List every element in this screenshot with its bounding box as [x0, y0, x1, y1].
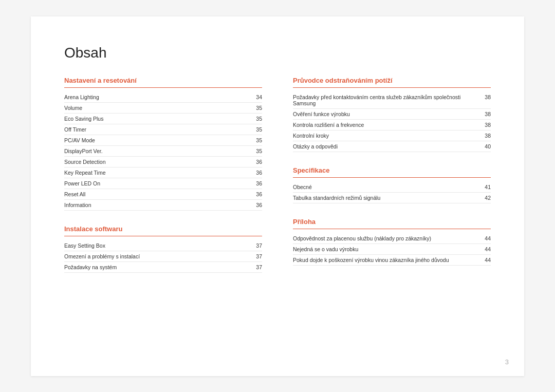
toc-item-page: 40: [480, 143, 491, 150]
toc-item-label: Nejedná se o vadu výrobku: [293, 246, 480, 252]
toc-item-label: Požadavky na systém: [64, 264, 252, 270]
toc-item-label: Off Timer: [64, 126, 252, 133]
toc-item-page: 36: [252, 202, 262, 208]
toc-item-label: Otázky a odpovědi: [293, 143, 480, 150]
toc-item-page: 37: [252, 264, 262, 270]
toc-item-page: 42: [480, 195, 491, 201]
toc-item: Ověření funkce výrobku38: [293, 109, 491, 120]
toc-item: Eco Saving Plus35: [64, 114, 262, 124]
toc-item-page: 38: [480, 111, 491, 117]
toc-item-page: 44: [480, 235, 491, 241]
toc-item-label: Easy Setting Box: [64, 242, 252, 249]
toc-item: Nejedná se o vadu výrobku44: [293, 244, 491, 255]
toc-item-page: 44: [480, 246, 491, 252]
toc-item-label: Ověření funkce výrobku: [293, 111, 480, 117]
toc-item: DisplayPort Ver.35: [64, 146, 262, 157]
toc-item-page: 41: [480, 184, 491, 190]
toc-item-label: Kontrolní kroky: [293, 133, 480, 139]
toc-item: Požadavky před kontaktováním centra služ…: [293, 92, 491, 109]
toc-item-page: 37: [252, 242, 262, 249]
toc-item-label: Power LED On: [64, 180, 252, 186]
toc-item-label: Eco Saving Plus: [64, 116, 252, 122]
section-pruvodce: Průvodce odstraňováním potížíPožadavky p…: [293, 77, 491, 152]
toc-item-label: Obecné: [293, 184, 480, 190]
section-title-pruvodce: Průvodce odstraňováním potíží: [293, 77, 491, 88]
toc-item: Arena Lighting34: [64, 92, 262, 103]
toc-item: Otázky a odpovědi40: [293, 141, 491, 152]
toc-item-label: DisplayPort Ver.: [64, 148, 252, 154]
right-column: Průvodce odstraňováním potížíPožadavky p…: [293, 77, 491, 287]
toc-item: Tabulka standardních režimů signálu42: [293, 193, 491, 203]
toc-item-label: Key Repeat Time: [64, 170, 252, 176]
toc-item-label: Omezení a problémy s instalací: [64, 253, 252, 259]
toc-item-page: 36: [252, 191, 262, 197]
toc-item-page: 36: [252, 180, 262, 186]
left-column: Nastavení a resetováníArena Lighting34Vo…: [64, 77, 262, 287]
toc-item-page: 38: [480, 94, 491, 100]
toc-item-label: Odpovědnost za placenou službu (náklady …: [293, 235, 480, 241]
toc-item-page: 38: [480, 122, 491, 128]
toc-item-page: 35: [252, 105, 262, 111]
section-title-instalace: Instalace softwaru: [64, 225, 262, 236]
section-priloha: PřílohaOdpovědnost za placenou službu (n…: [293, 218, 491, 266]
toc-item: Požadavky na systém37: [64, 262, 262, 273]
page-number: 3: [505, 358, 509, 366]
toc-item-label: Požadavky před kontaktováním centra služ…: [293, 94, 480, 106]
section-title-nastaveni: Nastavení a resetování: [64, 77, 262, 88]
toc-item-label: Source Detection: [64, 159, 252, 165]
toc-item-label: Tabulka standardních režimů signálu: [293, 195, 480, 201]
toc-item-page: 36: [252, 159, 262, 165]
toc-item: Pokud dojde k poškození výrobku vinou zá…: [293, 255, 491, 266]
section-title-specifikace: Specifikace: [293, 166, 491, 178]
toc-item: Key Repeat Time36: [64, 167, 262, 178]
toc-item: Odpovědnost za placenou službu (náklady …: [293, 233, 491, 244]
toc-item: Kontrolní kroky38: [293, 130, 491, 141]
toc-item-label: Kontrola rozlišení a frekvence: [293, 122, 480, 128]
toc-item-page: 34: [252, 94, 262, 100]
toc-item-page: 35: [252, 116, 262, 122]
toc-item-page: 36: [252, 170, 262, 176]
toc-item: Easy Setting Box37: [64, 240, 262, 251]
toc-item: Reset All36: [64, 189, 262, 200]
toc-item-label: Pokud dojde k poškození výrobku vinou zá…: [293, 257, 480, 263]
toc-item: Obecné41: [293, 182, 491, 193]
toc-item-page: 35: [252, 137, 262, 143]
toc-item: Power LED On36: [64, 178, 262, 189]
toc-item-label: Information: [64, 202, 252, 208]
section-instalace: Instalace softwaruEasy Setting Box37Omez…: [64, 225, 262, 273]
toc-item-page: 44: [480, 257, 491, 263]
content-grid: Nastavení a resetováníArena Lighting34Vo…: [64, 77, 491, 287]
toc-item-label: Volume: [64, 105, 252, 111]
toc-item: Omezení a problémy s instalací37: [64, 251, 262, 262]
toc-item-page: 35: [252, 126, 262, 133]
toc-item-page: 38: [480, 133, 491, 139]
section-nastaveni: Nastavení a resetováníArena Lighting34Vo…: [64, 77, 262, 211]
toc-item-label: Reset All: [64, 191, 252, 197]
section-title-priloha: Příloha: [293, 218, 491, 229]
toc-item-label: PC/AV Mode: [64, 137, 252, 143]
page-container: Obsah Nastavení a resetováníArena Lighti…: [31, 16, 524, 376]
toc-item: Volume35: [64, 103, 262, 114]
toc-item: PC/AV Mode35: [64, 135, 262, 146]
toc-item: Kontrola rozlišení a frekvence38: [293, 120, 491, 130]
toc-item-page: 37: [252, 253, 262, 259]
toc-item: Off Timer35: [64, 124, 262, 135]
toc-item-label: Arena Lighting: [64, 94, 252, 100]
section-specifikace: SpecifikaceObecné41Tabulka standardních …: [293, 166, 491, 203]
toc-item: Source Detection36: [64, 157, 262, 167]
toc-item: Information36: [64, 200, 262, 211]
page-title: Obsah: [64, 45, 491, 61]
toc-item-page: 35: [252, 148, 262, 154]
